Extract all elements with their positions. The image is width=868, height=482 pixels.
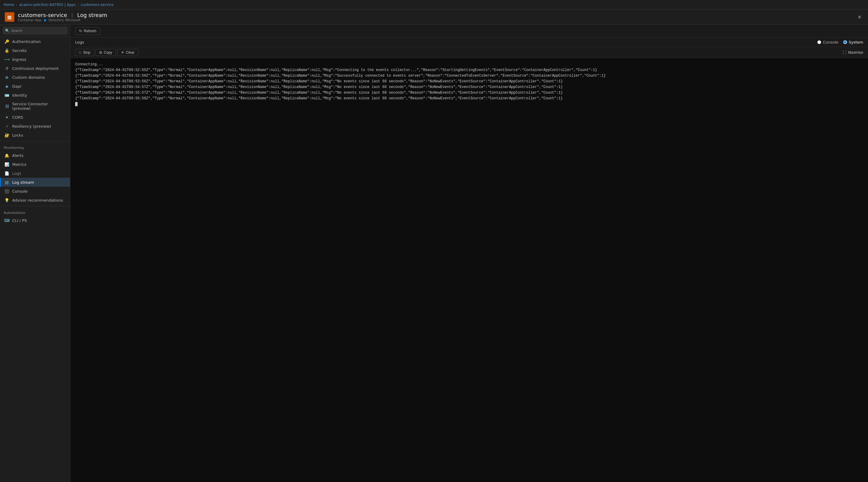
sidebar-item-label: CORS [12, 115, 23, 120]
refresh-icon: ↻ [79, 29, 82, 33]
clear-button[interactable]: ✕ Clear [117, 49, 138, 56]
sidebar-item-label: Authentication [12, 39, 40, 44]
sidebar-item-service-connector[interactable]: ⛓ Service Connector (preview) [0, 100, 70, 113]
sidebar-nav-items: 🔑 Authentication 🔒 Secrets ⟶ Ingress ↺ C… [0, 37, 70, 139]
search-icon: 🔍 [5, 29, 9, 33]
sidebar-item-log-stream[interactable]: ▤ Log stream [0, 178, 70, 187]
sidebar: 🔍 🔑 Authentication 🔒 Secrets ⟶ Ingress ↺… [0, 25, 70, 482]
breadcrumb-sep-1: › [16, 3, 17, 7]
sidebar-item-resiliency[interactable]: ⚡ Resiliency (preview) [0, 122, 70, 131]
sidebar-item-label: Secrets [12, 48, 27, 53]
sidebar-item-console[interactable]: ⬛ Console [0, 187, 70, 196]
sidebar-item-label: Alerts [12, 153, 24, 158]
advisor-icon: 💡 [4, 198, 9, 202]
directory-label: Directory: Microsoft [49, 18, 81, 22]
close-button[interactable]: ✕ [856, 13, 863, 21]
sidebar-item-label: Custom domains [12, 75, 45, 79]
sidebar-item-label: Dapr [12, 84, 22, 89]
sidebar-item-locks[interactable]: 🔐 Locks [0, 131, 70, 139]
search-input[interactable] [3, 27, 67, 34]
breadcrumb-home[interactable]: Home [4, 3, 14, 7]
sidebar-item-label: Advisor recommendations [12, 198, 63, 202]
sidebar-item-logs[interactable]: 📄 Logs [0, 169, 70, 178]
service-connector-icon: ⛓ [4, 104, 9, 108]
header-title-group: customers-service | Log stream Container… [18, 12, 107, 22]
sidebar-item-label: Continuous deployment [12, 66, 59, 71]
sidebar-item-identity[interactable]: 🪪 Identity [0, 91, 70, 100]
monitoring-section-label: Monitoring [0, 142, 70, 151]
refresh-button[interactable]: ↻ Refresh [75, 27, 100, 35]
app-icon-symbol: ▦ [7, 14, 12, 20]
maximize-icon: ⛶ [843, 51, 846, 55]
page-section-title: Log stream [77, 12, 107, 18]
maximize-button[interactable]: ⛶ Maximize [843, 51, 863, 55]
cli-icon: ⌨ [4, 218, 9, 223]
log-line: {"TimeStamp":"2024-04-01T09:52:55Z","Typ… [75, 67, 863, 73]
alerts-icon: 🔔 [4, 153, 9, 158]
log-controls-bar: Logs Console System [70, 38, 868, 47]
log-stream-output: Connecting...{"TimeStamp":"2024-04-01T09… [70, 58, 868, 482]
resiliency-icon: ⚡ [4, 124, 9, 129]
copy-label: Copy [104, 51, 112, 55]
logs-icon: 📄 [4, 171, 9, 176]
log-line: {"TimeStamp":"2024-04-01T09:55:57Z","Typ… [75, 90, 863, 95]
stop-label: Stop [83, 51, 90, 55]
sidebar-divider-monitoring [0, 141, 70, 141]
custom-domains-icon: ⊕ [4, 75, 9, 79]
sidebar-item-label: Identity [12, 93, 27, 98]
stop-button[interactable]: □ Stop [75, 49, 94, 56]
sidebar-item-custom-domains[interactable]: ⊕ Custom domains [0, 73, 70, 82]
log-actions-bar: □ Stop ⧉ Copy ✕ Clear ⛶ Maximize [70, 47, 868, 58]
header-subtitle: Container App Directory: Microsoft [18, 18, 107, 22]
console-radio-option[interactable]: Console [817, 40, 838, 44]
copy-button[interactable]: ⧉ Copy [95, 49, 116, 56]
toolbar: ↻ Refresh [70, 25, 868, 38]
page-title: customers-service | Log stream [18, 12, 107, 18]
automation-section-label: Automation [0, 207, 70, 216]
resource-type-label: Container App [18, 18, 41, 22]
search-input-wrap: 🔍 [3, 27, 67, 34]
sidebar-item-label: Console [12, 189, 28, 194]
sidebar-item-label: Resiliency (preview) [12, 124, 51, 129]
sidebar-item-authentication[interactable]: 🔑 Authentication [0, 37, 70, 46]
logs-label: Logs [75, 40, 84, 44]
log-source-radio-group: Console System [817, 40, 863, 44]
subtitle-dot [44, 19, 46, 22]
stop-icon: □ [79, 51, 81, 55]
system-radio-option[interactable]: System [843, 40, 863, 44]
ingress-icon: ⟶ [4, 57, 9, 62]
sidebar-item-ingress[interactable]: ⟶ Ingress [0, 55, 70, 64]
sidebar-item-label: Locks [12, 133, 23, 137]
log-line: Connecting... [75, 62, 863, 67]
sidebar-item-metrics[interactable]: 📊 Metrics [0, 160, 70, 169]
sidebar-item-continuous-deployment[interactable]: ↺ Continuous deployment [0, 64, 70, 73]
copy-icon: ⧉ [99, 51, 102, 55]
cors-icon: ✦ [4, 115, 9, 120]
log-line: {"TimeStamp":"2024-04-01T09:56:58Z","Typ… [75, 96, 863, 101]
sidebar-item-cli-ps[interactable]: ⌨ CLI / PS [0, 216, 70, 225]
secrets-icon: 🔒 [4, 48, 9, 53]
log-line: {"TimeStamp":"2024-04-01T09:52:56Z","Typ… [75, 73, 863, 78]
sidebar-item-label: Metrics [12, 162, 26, 167]
header-actions: ✕ [856, 13, 863, 21]
authentication-icon: 🔑 [4, 39, 9, 44]
log-cursor-line [75, 101, 863, 107]
identity-icon: 🪪 [4, 93, 9, 98]
console-radio-label: Console [823, 40, 838, 44]
system-radio[interactable] [843, 40, 847, 44]
breadcrumb-sep-2: › [78, 3, 79, 7]
sidebar-item-advisor-recommendations[interactable]: 💡 Advisor recommendations [0, 196, 70, 204]
sidebar-item-dapr[interactable]: ◈ Dapr [0, 82, 70, 91]
sidebar-item-cors[interactable]: ✦ CORS [0, 113, 70, 122]
console-radio[interactable] [817, 40, 821, 44]
breadcrumb-current: customers-service [81, 3, 113, 7]
sidebar-item-label: Ingress [12, 57, 26, 62]
dapr-icon: ◈ [4, 84, 9, 89]
main-layout: 🔍 🔑 Authentication 🔒 Secrets ⟶ Ingress ↺… [0, 25, 868, 482]
sidebar-item-secrets[interactable]: 🔒 Secrets [0, 46, 70, 55]
breadcrumb-apps[interactable]: acaenv-petclinic-647955 | Apps [19, 3, 75, 7]
title-pipe: | [71, 12, 73, 18]
app-icon: ▦ [5, 12, 14, 22]
sidebar-item-alerts[interactable]: 🔔 Alerts [0, 151, 70, 160]
content-area: ↻ Refresh Logs Console System □ [70, 25, 868, 482]
